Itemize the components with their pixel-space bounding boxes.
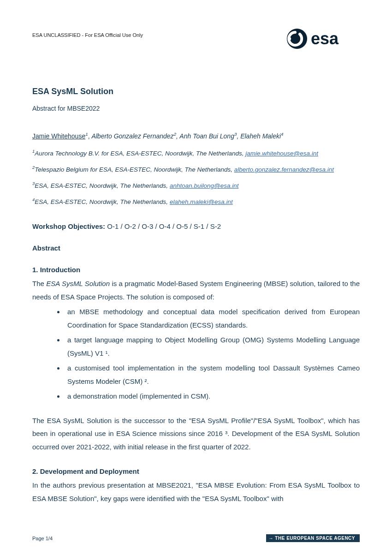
email-link-3[interactable]: anhtoan.builong@esa.int bbox=[170, 182, 239, 189]
abstract-heading: Abstract bbox=[32, 244, 360, 252]
author-list: Jamie Whitehouse1, Alberto Gonzalez Fern… bbox=[32, 131, 360, 141]
intro-lead: The ESA SysML Solution is a pragmatic Mo… bbox=[32, 277, 360, 304]
email-link-4[interactable]: elaheh.maleki@esa.int bbox=[170, 198, 233, 205]
objectives-label: Workshop Objectives: bbox=[32, 222, 105, 230]
affiliation-1: 1Aurora Technology B.V. for ESA, ESA-EST… bbox=[32, 148, 360, 158]
dev-body: In the authors previous presentation at … bbox=[32, 479, 360, 505]
author-2: Alberto Gonzalez Fernandez bbox=[91, 132, 173, 140]
page-footer: Page 1/4 THE EUROPEAN SPACE AGENCY bbox=[32, 534, 360, 542]
document-subtitle: Abstract for MBSE2022 bbox=[32, 105, 360, 112]
intro-heading: 1. Introduction bbox=[32, 266, 360, 274]
email-link-1[interactable]: jamie.whitehouse@esa.int bbox=[245, 150, 318, 157]
bullet-3: a customised tool implementation in the … bbox=[65, 362, 360, 388]
affiliation-4: 4ESA, ESA-ESTEC, Noordwijk, The Netherla… bbox=[32, 196, 360, 207]
author-4: Elaheh Maleki bbox=[240, 132, 281, 140]
classification-label: ESA UNCLASSIFIED - For ESA Official Use … bbox=[32, 28, 143, 38]
bullet-2: a target language mapping to Object Mode… bbox=[65, 334, 360, 360]
dev-heading: 2. Development and Deployment bbox=[32, 467, 360, 475]
document-title: ESA SysML Solution bbox=[32, 87, 360, 96]
document-page: ESA UNCLASSIFIED - For ESA Official Use … bbox=[0, 0, 392, 555]
logo-text: esa bbox=[311, 29, 339, 48]
email-link-2[interactable]: alberto.gonzalez.fernandez@esa.int bbox=[234, 166, 334, 173]
affiliation-2: 2Telespazio Belgium for ESA, ESA-ESTEC, … bbox=[32, 164, 360, 174]
page-number: Page 1/4 bbox=[32, 536, 53, 541]
esa-logo: esa bbox=[286, 28, 360, 50]
intro-bullets: an MBSE methodology and conceptual data … bbox=[32, 305, 360, 403]
affiliation-3: 3ESA, ESA-ESTEC, Noordwijk, The Netherla… bbox=[32, 180, 360, 191]
lead-author: Jamie Whitehouse bbox=[32, 132, 85, 140]
bullet-4: a demonstration model (implemented in CS… bbox=[65, 390, 360, 403]
intro-tail: The ESA SysML Solution is the successor … bbox=[32, 414, 360, 454]
footer-agency-badge: THE EUROPEAN SPACE AGENCY bbox=[266, 534, 360, 542]
bullet-1: an MBSE methodology and conceptual data … bbox=[65, 305, 360, 332]
author-3: Anh Toan Bui Long bbox=[179, 132, 234, 140]
page-header: ESA UNCLASSIFIED - For ESA Official Use … bbox=[32, 28, 360, 50]
workshop-objectives: Workshop Objectives: O-1 / O-2 / O-3 / O… bbox=[32, 222, 360, 230]
objectives-value: O-1 / O-2 / O-3 / O-4 / O-5 / S-1 / S-2 bbox=[107, 222, 221, 230]
